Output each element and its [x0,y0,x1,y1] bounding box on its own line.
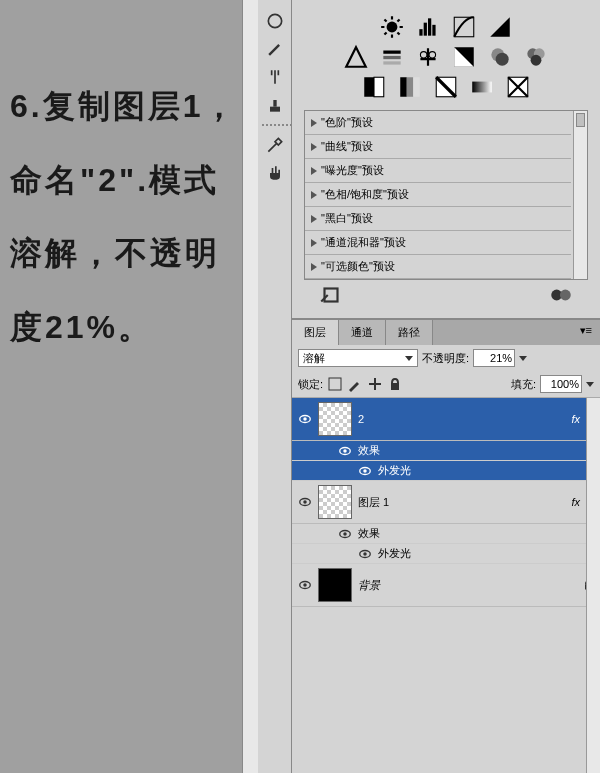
expand-icon [311,239,317,247]
effects-row[interactable]: 效果 [292,441,600,461]
expand-icon [311,143,317,151]
panel-menu-icon[interactable]: ▾≡ [572,320,600,345]
wrench-icon[interactable] [260,132,290,158]
lock-position-icon[interactable] [367,376,383,392]
tab-paths[interactable]: 路径 [386,320,433,345]
clip-layer-icon[interactable] [318,284,344,306]
gradient-map-icon[interactable] [469,76,495,98]
layer-thumbnail [318,485,352,519]
preset-list: "色阶"预设 "曲线"预设 "曝光度"预设 "色相/饱和度"预设 "黑白"预设 … [304,110,588,280]
preset-item-bw[interactable]: "黑白"预设 [305,207,571,231]
lock-transparent-icon[interactable] [327,376,343,392]
svg-point-42 [343,532,347,536]
layer-name: 背景 [358,578,576,593]
exposure-icon[interactable] [487,16,513,38]
hand-icon[interactable] [260,160,290,186]
hue-sat-icon[interactable] [379,46,405,68]
layer-row[interactable]: 背景 [292,564,600,607]
layer-thumbnail [318,568,352,602]
right-panels: "色阶"预设 "曲线"预设 "曝光度"预设 "色相/饱和度"预设 "黑白"预设 … [292,0,600,773]
svg-rect-8 [454,17,474,37]
invert-icon[interactable] [361,76,387,98]
canvas-instruction-text: 6.复制图层1，命名"2".模式溶解，不透明度21%。 [10,70,248,364]
lock-all-icon[interactable] [387,376,403,392]
dropdown-icon [405,356,413,361]
threshold-icon[interactable] [433,76,459,98]
visibility-icon[interactable] [298,578,312,592]
dropdown-icon[interactable] [586,382,594,387]
svg-rect-10 [383,56,400,59]
fill-input[interactable]: 100% [540,375,582,393]
vibrance-icon[interactable] [343,46,369,68]
svg-point-13 [429,52,436,59]
hue-icon[interactable] [260,8,290,34]
expand-icon [311,119,317,127]
tab-channels[interactable]: 通道 [339,320,386,345]
panel-area: "色阶"预设 "曲线"预设 "曝光度"预设 "色相/饱和度"预设 "黑白"预设 … [258,0,600,773]
fill-label: 填充: [511,377,536,392]
svg-rect-21 [374,77,384,97]
visibility-icon[interactable] [338,444,352,458]
preset-scrollbar[interactable] [573,111,587,279]
visibility-icon[interactable] [338,527,352,541]
layers-panel: 图层 通道 路径 ▾≡ 溶解 不透明度: 21% 锁定: [292,319,600,773]
stamp-icon[interactable] [260,92,290,118]
svg-rect-23 [407,77,414,97]
visibility-icon[interactable] [298,495,312,509]
svg-rect-1 [270,107,280,112]
lock-pixels-icon[interactable] [347,376,363,392]
svg-point-44 [363,552,367,556]
preset-item-channel-mixer[interactable]: "通道混和器"预设 [305,231,571,255]
posterize-icon[interactable] [397,76,423,98]
svg-rect-11 [383,61,400,64]
layer-row[interactable]: 2 fx ▾ [292,398,600,441]
svg-point-34 [303,417,307,421]
selective-color-icon[interactable] [505,76,531,98]
fork-icon[interactable] [260,64,290,90]
svg-point-30 [560,290,571,301]
preset-item-hue-sat[interactable]: "色相/饱和度"预设 [305,183,571,207]
expand-icon [311,167,317,175]
effect-outer-glow[interactable]: 外发光 [292,544,600,564]
svg-rect-6 [428,18,431,35]
photo-filter-icon[interactable] [487,46,513,68]
color-balance-icon[interactable] [415,46,441,68]
layer-name: 图层 1 [358,495,565,510]
fx-badge[interactable]: fx [571,413,580,425]
preset-item-levels[interactable]: "色阶"预设 [305,111,571,135]
visibility-icon[interactable] [358,464,372,478]
preset-item-selective[interactable]: "可选颜色"预设 [305,255,571,279]
opacity-label: 不透明度: [422,351,469,366]
opacity-input[interactable]: 21% [473,349,515,367]
visibility-icon[interactable] [298,412,312,426]
fx-badge[interactable]: fx [571,496,580,508]
preset-item-exposure[interactable]: "曝光度"预设 [305,159,571,183]
layer-row[interactable]: 图层 1 fx ▾ [292,481,600,524]
brush-icon[interactable] [260,36,290,62]
visibility-icon[interactable] [358,547,372,561]
svg-rect-7 [432,25,435,36]
svg-point-3 [387,22,398,33]
expand-icon [311,215,317,223]
black-white-icon[interactable] [451,46,477,68]
levels-icon[interactable] [415,16,441,38]
effects-row[interactable]: 效果 [292,524,600,544]
preset-item-curves[interactable]: "曲线"预设 [305,135,571,159]
canvas-scrollbar[interactable] [242,0,258,773]
svg-rect-9 [383,51,400,54]
blend-mode-select[interactable]: 溶解 [298,349,418,367]
svg-point-46 [303,583,307,587]
effect-outer-glow[interactable]: 外发光 [292,461,600,481]
view-previous-icon[interactable] [548,284,574,306]
channel-mixer-icon[interactable] [523,46,549,68]
layer-name: 2 [358,413,565,425]
tab-layers[interactable]: 图层 [292,320,339,345]
layer-scrollbar[interactable] [586,398,600,773]
curves-icon[interactable] [451,16,477,38]
svg-point-19 [531,55,542,66]
svg-rect-24 [413,77,420,97]
dropdown-icon[interactable] [519,356,527,361]
blend-opacity-row: 溶解 不透明度: 21% [292,345,600,371]
brightness-contrast-icon[interactable] [379,16,405,38]
svg-rect-31 [329,378,341,390]
